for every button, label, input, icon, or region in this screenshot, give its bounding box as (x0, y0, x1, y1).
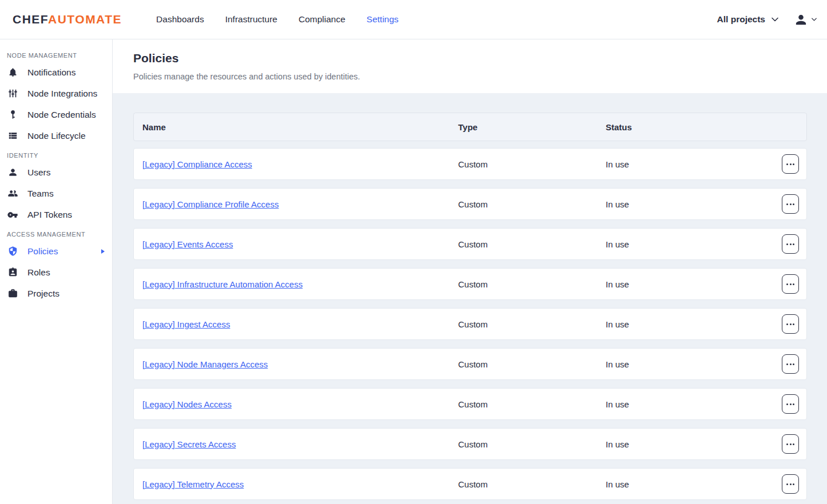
chevron-down-icon (772, 17, 778, 22)
sidebar-item-projects[interactable]: Projects (0, 283, 112, 304)
more-actions-button[interactable] (782, 474, 799, 494)
table-row: [Legacy] Infrastructure Automation Acces… (133, 268, 807, 300)
person-icon (7, 167, 18, 178)
sidebar-item-label: Policies (27, 246, 58, 257)
sidebar-section-title-access-management: ACCESS MANAGEMENT (0, 225, 112, 241)
policy-status: In use (606, 319, 764, 329)
key-vertical-icon (7, 109, 18, 121)
nav-compliance[interactable]: Compliance (299, 14, 345, 25)
sidebar-item-policies[interactable]: Policies (0, 241, 112, 262)
sidebar-item-node-integrations[interactable]: Node Integrations (0, 83, 112, 104)
sidebar-item-label: Projects (27, 289, 59, 299)
ellipsis-icon (786, 323, 788, 325)
table-row: [Legacy] Node Managers Access Custom In … (133, 348, 807, 380)
policy-type: Custom (458, 199, 606, 209)
sidebar-section-title-node-management: NODE MANAGEMENT (0, 46, 112, 62)
more-actions-button[interactable] (782, 354, 799, 374)
policy-name-link[interactable]: [Legacy] Telemetry Access (142, 479, 458, 489)
sidebar-item-label: API Tokens (27, 210, 72, 220)
sidebar-item-node-lifecycle[interactable]: Node Lifecycle (0, 125, 112, 146)
topnav-right: All projects (717, 13, 817, 26)
caret-right-icon (101, 249, 105, 254)
sidebar-item-teams[interactable]: Teams (0, 183, 112, 204)
policy-status: In use (606, 479, 764, 489)
policy-type: Custom (458, 319, 606, 329)
more-actions-button[interactable] (782, 154, 799, 174)
more-actions-button[interactable] (782, 274, 799, 294)
policy-name-link[interactable]: [Legacy] Events Access (142, 239, 458, 249)
sidebar-item-node-credentials[interactable]: Node Credentials (0, 104, 112, 125)
table-row: [Legacy] Events Access Custom In use (133, 228, 807, 260)
sidebar-item-roles[interactable]: Roles (0, 262, 112, 283)
table-row: [Legacy] Secrets Access Custom In use (133, 428, 807, 460)
policy-type: Custom (458, 359, 606, 369)
briefcase-icon (7, 288, 18, 299)
table-row: [Legacy] Ingest Access Custom In use (133, 308, 807, 340)
policy-type: Custom (458, 279, 606, 289)
logo-chef-text: CHEF (13, 13, 48, 26)
projects-filter-dropdown[interactable]: All projects (717, 14, 778, 25)
main-content: Policies Policies manage the resources a… (113, 39, 827, 504)
ellipsis-icon (786, 163, 788, 165)
policy-type: Custom (458, 479, 606, 489)
nav-infrastructure[interactable]: Infrastructure (225, 14, 277, 25)
ellipsis-icon (786, 283, 788, 285)
user-menu[interactable] (794, 13, 817, 26)
ellipsis-icon (786, 243, 788, 245)
more-actions-button[interactable] (782, 234, 799, 254)
logo-automate-text: AUTOMATE (48, 13, 122, 26)
chevron-down-icon (812, 18, 817, 21)
more-actions-button[interactable] (782, 394, 799, 414)
page-title: Policies (133, 51, 806, 65)
policy-type: Custom (458, 159, 606, 169)
sidebar-item-users[interactable]: Users (0, 162, 112, 183)
policy-status: In use (606, 399, 764, 409)
policy-name-link[interactable]: [Legacy] Secrets Access (142, 439, 458, 449)
settings-sidebar: NODE MANAGEMENT Notifications Node Integ… (0, 39, 113, 504)
list-icon (7, 130, 18, 142)
policy-name-link[interactable]: [Legacy] Node Managers Access (142, 359, 458, 369)
policy-status: In use (606, 279, 764, 289)
policy-status: In use (606, 159, 764, 169)
ellipsis-icon (786, 403, 788, 405)
page-header: Policies Policies manage the resources a… (113, 39, 827, 93)
ellipsis-icon (786, 363, 788, 365)
policy-status: In use (606, 199, 764, 209)
app-shell: NODE MANAGEMENT Notifications Node Integ… (0, 39, 827, 504)
more-actions-button[interactable] (782, 194, 799, 214)
sliders-icon (7, 88, 18, 99)
nav-dashboards[interactable]: Dashboards (156, 14, 204, 25)
more-actions-button[interactable] (782, 434, 799, 454)
sidebar-item-notifications[interactable]: Notifications (0, 62, 112, 83)
ellipsis-icon (786, 483, 788, 485)
policy-name-link[interactable]: [Legacy] Nodes Access (142, 399, 458, 409)
policy-status: In use (606, 439, 764, 449)
policy-status: In use (606, 239, 764, 249)
policies-table-area: Name Type Status [Legacy] Compliance Acc… (113, 93, 827, 504)
nav-settings[interactable]: Settings (367, 14, 399, 25)
projects-filter-label: All projects (717, 14, 765, 25)
policy-name-link[interactable]: [Legacy] Ingest Access (142, 319, 458, 329)
sidebar-item-label: Notifications (27, 67, 75, 78)
policy-status: In use (606, 359, 764, 369)
policy-name-link[interactable]: [Legacy] Infrastructure Automation Acces… (142, 279, 458, 289)
top-navigation-bar: CHEFAUTOMATE Dashboards Infrastructure C… (0, 0, 827, 39)
badge-icon (7, 267, 18, 278)
column-header-type: Type (458, 122, 606, 132)
sidebar-item-label: Node Credentials (27, 110, 96, 120)
table-row: [Legacy] Nodes Access Custom In use (133, 388, 807, 420)
ellipsis-icon (786, 203, 788, 205)
policy-name-link[interactable]: [Legacy] Compliance Access (142, 159, 458, 169)
sidebar-section-title-identity: IDENTITY (0, 146, 112, 162)
more-actions-button[interactable] (782, 314, 799, 334)
sidebar-item-label: Node Integrations (27, 89, 97, 99)
sidebar-item-api-tokens[interactable]: API Tokens (0, 204, 112, 225)
chef-automate-logo[interactable]: CHEFAUTOMATE (13, 13, 122, 26)
bell-icon (7, 67, 18, 78)
page-description: Policies manage the resources and action… (133, 72, 806, 82)
sidebar-item-label: Node Lifecycle (27, 131, 86, 141)
table-header: Name Type Status (133, 113, 807, 141)
policy-name-link[interactable]: [Legacy] Compliance Profile Access (142, 199, 458, 209)
ellipsis-icon (786, 443, 788, 445)
policy-type: Custom (458, 399, 606, 409)
